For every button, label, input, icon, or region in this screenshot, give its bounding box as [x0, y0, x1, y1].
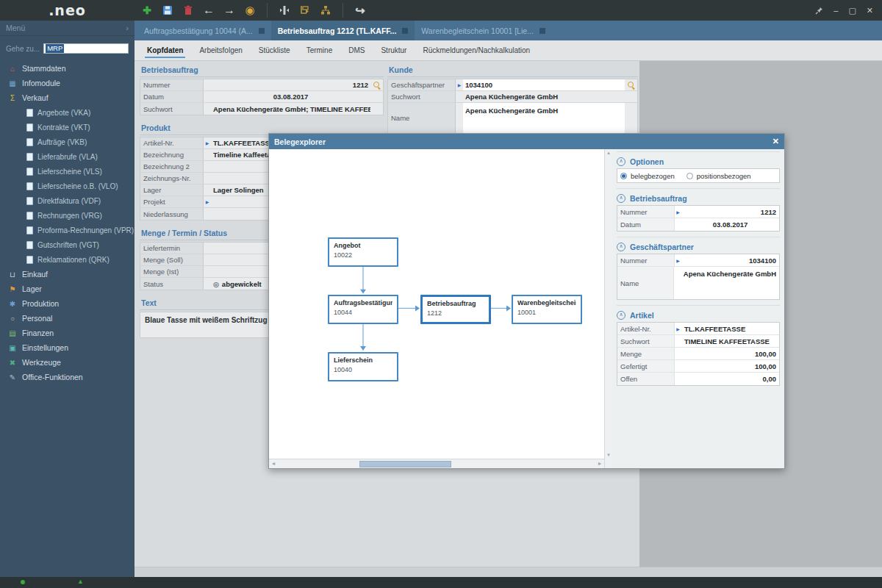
radio-positionsbezogen[interactable]: positionsbezogen — [686, 172, 751, 180]
field-value: 1034100 — [463, 79, 625, 90]
field-geschaeftspartner[interactable]: Geschäftspartner ▶ 1034100 — [388, 79, 637, 91]
field-suchwort[interactable]: Suchwort ▶ Apena Küchengeräte GmbH — [388, 91, 637, 103]
collapse-icon[interactable] — [617, 243, 625, 251]
sidebar-item-icon — [26, 212, 33, 220]
sidebar-item[interactable]: Aufträge (VKB) — [0, 135, 135, 149]
sidebar-item-label: Personal — [22, 314, 52, 323]
field-value: 1212 — [211, 81, 370, 89]
new-icon[interactable]: ✚ — [140, 4, 154, 17]
sidebar-item[interactable]: Lieferabrufe (VLA) — [0, 149, 135, 164]
sidebar-item[interactable]: Kontrakte (VKT) — [0, 120, 135, 135]
panel-field-nummer[interactable]: Nummer ▶ 1212 — [617, 206, 779, 218]
split-view-icon[interactable] — [278, 4, 291, 17]
scroll-right-icon[interactable] — [595, 459, 604, 468]
tab-close-icon[interactable] — [539, 28, 545, 34]
field-value: Apena Küchengeräte GmbH — [681, 267, 779, 278]
field-name[interactable]: Name ▶ Apena Küchengeräte GmbH — [388, 103, 637, 134]
document-tab[interactable]: Warenbegleitschein 10001 [Lie... — [415, 21, 552, 40]
sidebar-header[interactable]: Menü › — [0, 21, 135, 36]
sidebar-item-label: Lager — [22, 284, 42, 293]
back-icon[interactable]: ← — [202, 4, 215, 17]
sidebar-item[interactable]: Lieferscheine o.B. (VLO) — [0, 179, 135, 193]
save-icon[interactable] — [161, 4, 174, 17]
release-icon[interactable]: ◉ — [243, 4, 257, 17]
document-tab[interactable]: Auftragsbestätigung 10044 (A... — [137, 21, 271, 40]
panel-row[interactable]: Suchwort ▶ TIMELINE KAFFEETASSE — [617, 335, 779, 348]
pin-icon[interactable] — [815, 7, 823, 15]
tab[interactable]: Stückliste — [251, 40, 298, 60]
field-label: Gefertigt — [617, 360, 675, 372]
sidebar-item[interactable]: Gutschriften (VGT) — [0, 237, 135, 252]
panel-row[interactable]: Offen ▶ 0,00 — [617, 373, 779, 385]
panel-row[interactable]: Gefertigt ▶ 100,00 — [617, 360, 779, 373]
panel-field-nummer[interactable]: Nummer ▶ 1034100 — [617, 254, 779, 267]
restore-button[interactable]: ▢ — [848, 6, 856, 15]
dialog-titlebar[interactable]: Belegexplorer ✕ — [269, 134, 784, 149]
collapse-icon[interactable] — [617, 311, 625, 320]
goto-input[interactable]: MRP — [43, 43, 129, 54]
tab[interactable]: DMS — [340, 40, 373, 60]
close-button[interactable]: ✕ — [867, 6, 873, 15]
sidebar-item[interactable]: ✱ Produktion — [0, 296, 135, 311]
sidebar-item[interactable]: ⌂ Stammdaten — [0, 61, 135, 76]
tab[interactable]: Kopfdaten — [139, 40, 191, 60]
hscroll-thumb[interactable] — [359, 461, 451, 467]
sidebar-item[interactable]: ▦ Infomodule — [0, 76, 135, 90]
sidebar-item[interactable]: Direktfaktura (VDF) — [0, 193, 135, 208]
document-tab[interactable]: Betriebsauftrag 1212 (TL.KAFF... — [271, 21, 415, 40]
sidebar-item[interactable]: Angebote (VKA) — [0, 105, 135, 120]
scroll-left-icon[interactable] — [269, 459, 278, 468]
lookup-icon[interactable] — [627, 81, 636, 90]
panel-field-datum[interactable]: Datum ▶ 03.08.2017 — [617, 218, 779, 231]
tab-close-icon[interactable] — [259, 28, 265, 34]
flow-node[interactable]: Angebot 10022 — [328, 237, 398, 267]
dialog-close-icon[interactable]: ✕ — [772, 137, 779, 146]
scroll-down-icon[interactable] — [605, 452, 612, 458]
main-hscrollbar[interactable] — [135, 567, 882, 577]
radio-belegbezogen[interactable]: belegbezogen — [620, 172, 675, 180]
sidebar-item[interactable]: Lieferscheine (VLS) — [0, 164, 135, 179]
org-structure-icon[interactable] — [319, 4, 332, 17]
sidebar-item[interactable]: Proforma-Rechnungen (VPR) — [0, 223, 135, 237]
flow-node[interactable]: Lieferschein 10040 — [328, 352, 398, 381]
share-icon[interactable]: ↪ — [354, 4, 367, 17]
collapse-icon[interactable] — [617, 194, 625, 203]
field-datum[interactable]: Datum ▶ 03.08.2017 — [140, 91, 383, 103]
sidebar-item[interactable]: Σ Verkauf — [0, 90, 135, 105]
sidebar-item[interactable]: ✖ Werkzeuge — [0, 355, 135, 370]
flow-node[interactable]: Betriebsauftrag 1212 — [420, 295, 491, 324]
panel-row[interactable]: Menge ▶ 100,00 — [617, 348, 779, 360]
sidebar-item[interactable]: ⊔ Einkauf — [0, 267, 135, 282]
dialog-hscrollbar[interactable] — [269, 459, 604, 468]
field-suchwort[interactable]: Suchwort ▶ Apena Küchengeräte GmbH; TIME… — [140, 103, 383, 115]
field-label: Projekt — [140, 196, 204, 207]
lookup-icon[interactable] — [373, 81, 381, 90]
sidebar-item-icon: ⊔ — [7, 270, 18, 279]
sidebar-item[interactable]: ⚑ Lager — [0, 282, 135, 296]
flow-node[interactable]: Warenbegleitschein 10001 — [512, 295, 582, 324]
minimize-button[interactable]: – — [833, 6, 838, 15]
sidebar-item[interactable]: ✎ Office-Funktionen — [0, 370, 135, 384]
tab[interactable]: Termine — [298, 40, 341, 60]
sidebar-item[interactable]: ▤ Finanzen — [0, 326, 135, 340]
link-arrow-icon: ▶ — [675, 209, 681, 215]
document-tab-label: Warenbegleitschein 10001 [Lie... — [421, 26, 534, 35]
sidebar-item[interactable]: ○ Personal — [0, 311, 135, 326]
dialog-vscrollbar[interactable] — [604, 149, 612, 468]
field-nummer[interactable]: Nummer ▶ 1212 — [140, 79, 383, 91]
sidebar-item[interactable]: Rechnungen (VRG) — [0, 208, 135, 223]
tab[interactable]: Arbeitsfolgen — [191, 40, 250, 60]
tab[interactable]: Rückmeldungen/Nachkalkulation — [415, 40, 538, 60]
collapse-icon[interactable] — [617, 157, 625, 166]
scroll-up-icon[interactable] — [605, 150, 612, 156]
folder-structure-icon[interactable] — [298, 4, 312, 17]
delete-icon[interactable] — [182, 4, 195, 17]
panel-row[interactable]: Artikel-Nr. ▶ TL.KAFFEETASSE — [617, 323, 779, 335]
sidebar-item[interactable]: Reklamationen (QRK) — [0, 252, 135, 267]
sidebar-item[interactable]: ▣ Einstellungen — [0, 340, 135, 355]
tab[interactable]: Struktur — [373, 40, 415, 60]
panel-field-name[interactable]: Name ▶ Apena Küchengeräte GmbH — [617, 267, 779, 299]
flow-node[interactable]: Auftragsbestätigung 10044 — [328, 295, 398, 324]
tab-close-icon[interactable] — [402, 28, 408, 34]
forward-icon[interactable]: → — [223, 4, 236, 17]
